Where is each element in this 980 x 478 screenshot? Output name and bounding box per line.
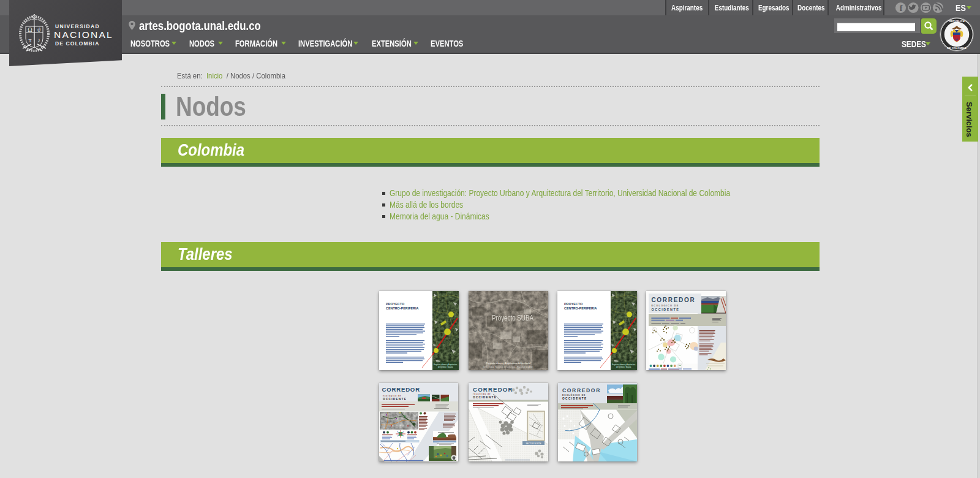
svg-text:♪: ♪ (37, 37, 40, 44)
svg-text:CORREDOR: CORREDOR (651, 297, 695, 303)
svg-text:Proyectos urbanos y Arquitectu: Proyectos urbanos y Arquitectura (612, 363, 636, 366)
svg-text:CORREDOR: CORREDOR (382, 386, 420, 393)
svg-text:ϑ: ϑ (37, 26, 40, 33)
svg-text:OCCIDENTE: OCCIDENTE (473, 396, 497, 399)
svg-text:Universidad Nacional de Colomb: Universidad Nacional de Colombia - Facul… (483, 366, 533, 368)
svg-text:SECTOR NORTE: SECTOR NORTE (526, 442, 541, 445)
svg-text:ECOLOGICO DE: ECOLOGICO DE (651, 305, 679, 307)
svg-text:PROYECTO: PROYECTO (564, 302, 582, 306)
svg-text:del territorio · Bogotá: del territorio · Bogotá (616, 366, 631, 368)
svg-text:CENTRO-PERIFERIA: CENTRO-PERIFERIA (386, 306, 418, 310)
svg-text:del territorio · Bogotá: del territorio · Bogotá (438, 366, 453, 368)
svg-text:CORREDOR: CORREDOR (473, 386, 513, 393)
svg-text:PROYECTO: PROYECTO (386, 302, 404, 306)
svg-text:Proyecto SUBA: Proyecto SUBA (492, 314, 533, 322)
svg-text:π: π (28, 37, 31, 44)
svg-text:Proyecto urbano y Arquitectura: Proyecto urbano y Arquitectura del terri… (486, 362, 530, 365)
svg-text:Proyectos urbanos y Arquitectu: Proyectos urbanos y Arquitectura (434, 363, 458, 366)
svg-text:REPÚBLICA: REPÚBLICA (949, 20, 965, 23)
svg-text:ECOLÓGICO DE: ECOLÓGICO DE (562, 393, 586, 396)
svg-text:CORREDOR: CORREDOR (562, 387, 601, 393)
svg-text:f: f (900, 4, 903, 13)
svg-text:DE COLOMBIA: DE COLOMBIA (947, 47, 967, 50)
svg-text:recorrido de: recorrido de (473, 393, 491, 395)
svg-text:ecológico de: ecológico de (383, 395, 401, 397)
svg-text:Ω: Ω (28, 26, 32, 33)
svg-text:OCCIDENTE: OCCIDENTE (562, 397, 587, 400)
svg-text:CENTRO-PERIFERIA: CENTRO-PERIFERIA (564, 306, 597, 310)
svg-text:OCCIDENTE: OCCIDENTE (383, 398, 407, 401)
svg-text:OCCIDENTE: OCCIDENTE (651, 308, 679, 311)
